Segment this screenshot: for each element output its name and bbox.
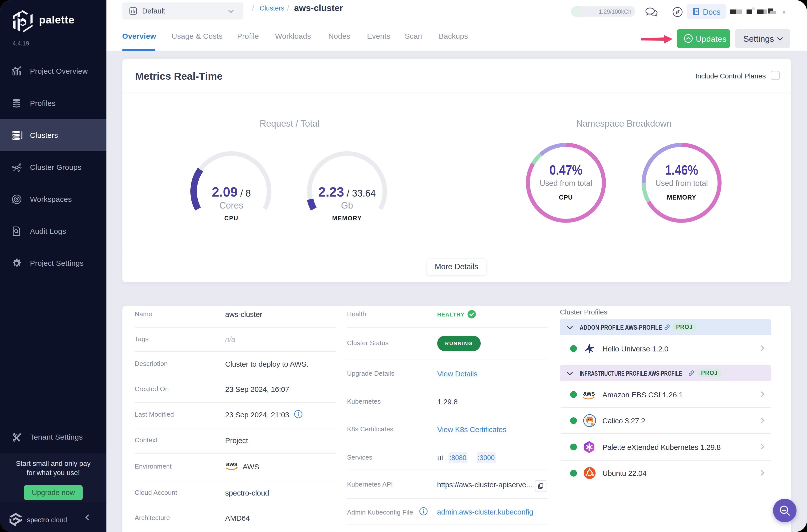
svg-text:aws: aws [226, 460, 237, 467]
svg-text:aws: aws [583, 390, 595, 397]
